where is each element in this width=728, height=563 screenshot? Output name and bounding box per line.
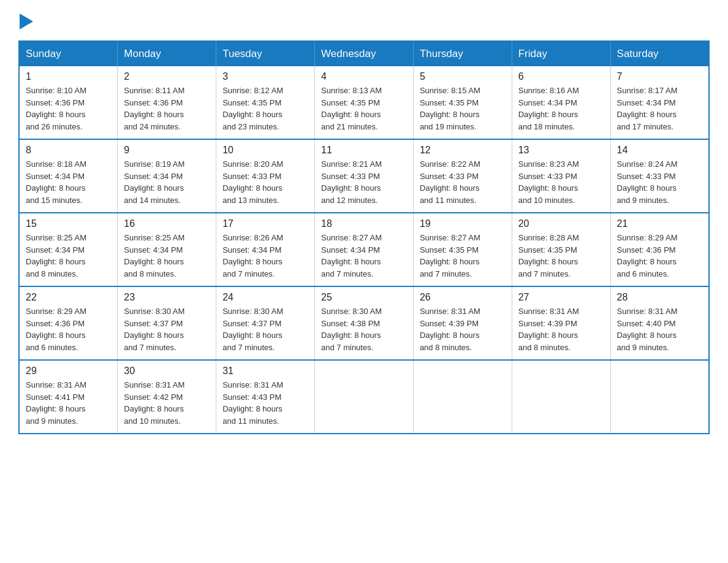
- day-number: 19: [420, 218, 506, 229]
- col-tuesday: Tuesday: [216, 41, 315, 66]
- day-info: Sunrise: 8:31 AMSunset: 4:41 PMDaylight:…: [26, 379, 111, 427]
- day-info: Sunrise: 8:30 AMSunset: 4:38 PMDaylight:…: [321, 305, 407, 353]
- calendar-day-cell: 28Sunrise: 8:31 AMSunset: 4:40 PMDayligh…: [610, 286, 709, 360]
- day-info: Sunrise: 8:30 AMSunset: 4:37 PMDaylight:…: [222, 305, 308, 353]
- day-number: 12: [420, 145, 506, 156]
- day-number: 21: [617, 218, 702, 229]
- col-thursday: Thursday: [413, 41, 512, 66]
- day-info: Sunrise: 8:15 AMSunset: 4:35 PMDaylight:…: [420, 85, 506, 132]
- day-info: Sunrise: 8:30 AMSunset: 4:37 PMDaylight:…: [124, 305, 210, 353]
- col-saturday: Saturday: [610, 41, 709, 66]
- day-info: Sunrise: 8:11 AMSunset: 4:36 PMDaylight:…: [124, 85, 210, 132]
- day-number: 6: [518, 71, 604, 82]
- col-friday: Friday: [512, 41, 610, 66]
- calendar-day-cell: [315, 360, 414, 434]
- day-info: Sunrise: 8:22 AMSunset: 4:33 PMDaylight:…: [420, 158, 506, 206]
- day-info: Sunrise: 8:29 AMSunset: 4:36 PMDaylight:…: [26, 305, 111, 353]
- calendar-day-cell: 2Sunrise: 8:11 AMSunset: 4:36 PMDaylight…: [118, 66, 216, 139]
- calendar-day-cell: [413, 360, 512, 434]
- day-number: 24: [222, 292, 308, 303]
- day-number: 31: [222, 366, 308, 377]
- day-info: Sunrise: 8:25 AMSunset: 4:34 PMDaylight:…: [124, 232, 210, 280]
- calendar-day-cell: 4Sunrise: 8:13 AMSunset: 4:35 PMDaylight…: [315, 66, 414, 139]
- page-header: [18, 12, 710, 28]
- day-number: 13: [518, 145, 604, 156]
- day-number: 4: [321, 71, 407, 82]
- day-info: Sunrise: 8:27 AMSunset: 4:34 PMDaylight:…: [321, 232, 407, 280]
- day-number: 7: [617, 71, 702, 82]
- calendar-day-cell: 6Sunrise: 8:16 AMSunset: 4:34 PMDaylight…: [512, 66, 610, 139]
- day-number: 8: [26, 145, 111, 156]
- day-number: 18: [321, 218, 407, 229]
- day-number: 14: [617, 145, 702, 156]
- col-monday: Monday: [118, 41, 216, 66]
- calendar-day-cell: 12Sunrise: 8:22 AMSunset: 4:33 PMDayligh…: [413, 139, 512, 213]
- day-number: 28: [617, 292, 702, 303]
- day-info: Sunrise: 8:31 AMSunset: 4:39 PMDaylight:…: [420, 305, 506, 353]
- day-number: 29: [26, 366, 111, 377]
- calendar-week-row: 29Sunrise: 8:31 AMSunset: 4:41 PMDayligh…: [19, 360, 709, 434]
- calendar-day-cell: 11Sunrise: 8:21 AMSunset: 4:33 PMDayligh…: [315, 139, 414, 213]
- day-info: Sunrise: 8:31 AMSunset: 4:43 PMDaylight:…: [222, 379, 308, 427]
- day-info: Sunrise: 8:29 AMSunset: 4:36 PMDaylight:…: [617, 232, 702, 280]
- day-info: Sunrise: 8:25 AMSunset: 4:34 PMDaylight:…: [26, 232, 111, 280]
- calendar-day-cell: 3Sunrise: 8:12 AMSunset: 4:35 PMDaylight…: [216, 66, 315, 139]
- calendar-day-cell: 5Sunrise: 8:15 AMSunset: 4:35 PMDaylight…: [413, 66, 512, 139]
- day-number: 1: [26, 71, 111, 82]
- day-number: 16: [124, 218, 210, 229]
- calendar-day-cell: 18Sunrise: 8:27 AMSunset: 4:34 PMDayligh…: [315, 213, 414, 286]
- logo-triangle-icon: [20, 13, 33, 29]
- day-info: Sunrise: 8:20 AMSunset: 4:33 PMDaylight:…: [222, 158, 308, 206]
- day-number: 30: [124, 366, 210, 377]
- calendar-day-cell: 10Sunrise: 8:20 AMSunset: 4:33 PMDayligh…: [216, 139, 315, 213]
- calendar-day-cell: 16Sunrise: 8:25 AMSunset: 4:34 PMDayligh…: [118, 213, 216, 286]
- day-info: Sunrise: 8:13 AMSunset: 4:35 PMDaylight:…: [321, 85, 407, 132]
- day-number: 9: [124, 145, 210, 156]
- calendar-table: Sunday Monday Tuesday Wednesday Thursday…: [18, 40, 710, 434]
- day-info: Sunrise: 8:19 AMSunset: 4:34 PMDaylight:…: [124, 158, 210, 206]
- day-number: 20: [518, 218, 604, 229]
- day-number: 22: [26, 292, 111, 303]
- day-info: Sunrise: 8:31 AMSunset: 4:39 PMDaylight:…: [518, 305, 604, 353]
- calendar-day-cell: 13Sunrise: 8:23 AMSunset: 4:33 PMDayligh…: [512, 139, 610, 213]
- calendar-day-cell: 27Sunrise: 8:31 AMSunset: 4:39 PMDayligh…: [512, 286, 610, 360]
- calendar-day-cell: 1Sunrise: 8:10 AMSunset: 4:36 PMDaylight…: [19, 66, 118, 139]
- day-number: 15: [26, 218, 111, 229]
- day-info: Sunrise: 8:10 AMSunset: 4:36 PMDaylight:…: [26, 85, 111, 132]
- calendar-day-cell: [610, 360, 709, 434]
- day-info: Sunrise: 8:21 AMSunset: 4:33 PMDaylight:…: [321, 158, 407, 206]
- col-wednesday: Wednesday: [315, 41, 414, 66]
- calendar-day-cell: 31Sunrise: 8:31 AMSunset: 4:43 PMDayligh…: [216, 360, 315, 434]
- calendar-day-cell: 26Sunrise: 8:31 AMSunset: 4:39 PMDayligh…: [413, 286, 512, 360]
- calendar-week-row: 8Sunrise: 8:18 AMSunset: 4:34 PMDaylight…: [19, 139, 709, 213]
- day-number: 25: [321, 292, 407, 303]
- day-number: 3: [222, 71, 308, 82]
- calendar-week-row: 1Sunrise: 8:10 AMSunset: 4:36 PMDaylight…: [19, 66, 709, 139]
- day-info: Sunrise: 8:23 AMSunset: 4:33 PMDaylight:…: [518, 158, 604, 206]
- day-number: 26: [420, 292, 506, 303]
- calendar-week-row: 22Sunrise: 8:29 AMSunset: 4:36 PMDayligh…: [19, 286, 709, 360]
- svg-marker-0: [20, 13, 33, 29]
- day-number: 11: [321, 145, 407, 156]
- calendar-day-cell: 15Sunrise: 8:25 AMSunset: 4:34 PMDayligh…: [19, 213, 118, 286]
- calendar-day-cell: 25Sunrise: 8:30 AMSunset: 4:38 PMDayligh…: [315, 286, 414, 360]
- logo: [18, 12, 33, 28]
- calendar-header-row: Sunday Monday Tuesday Wednesday Thursday…: [19, 41, 709, 66]
- calendar-day-cell: 7Sunrise: 8:17 AMSunset: 4:34 PMDaylight…: [610, 66, 709, 139]
- calendar-day-cell: 23Sunrise: 8:30 AMSunset: 4:37 PMDayligh…: [118, 286, 216, 360]
- calendar-day-cell: 14Sunrise: 8:24 AMSunset: 4:33 PMDayligh…: [610, 139, 709, 213]
- calendar-day-cell: 29Sunrise: 8:31 AMSunset: 4:41 PMDayligh…: [19, 360, 118, 434]
- day-number: 10: [222, 145, 308, 156]
- day-number: 5: [420, 71, 506, 82]
- calendar-day-cell: 22Sunrise: 8:29 AMSunset: 4:36 PMDayligh…: [19, 286, 118, 360]
- day-info: Sunrise: 8:28 AMSunset: 4:35 PMDaylight:…: [518, 232, 604, 280]
- day-info: Sunrise: 8:26 AMSunset: 4:34 PMDaylight:…: [222, 232, 308, 280]
- calendar-week-row: 15Sunrise: 8:25 AMSunset: 4:34 PMDayligh…: [19, 213, 709, 286]
- day-info: Sunrise: 8:16 AMSunset: 4:34 PMDaylight:…: [518, 85, 604, 132]
- calendar-day-cell: 21Sunrise: 8:29 AMSunset: 4:36 PMDayligh…: [610, 213, 709, 286]
- calendar-day-cell: 9Sunrise: 8:19 AMSunset: 4:34 PMDaylight…: [118, 139, 216, 213]
- day-info: Sunrise: 8:27 AMSunset: 4:35 PMDaylight:…: [420, 232, 506, 280]
- calendar-day-cell: 30Sunrise: 8:31 AMSunset: 4:42 PMDayligh…: [118, 360, 216, 434]
- day-number: 23: [124, 292, 210, 303]
- day-info: Sunrise: 8:18 AMSunset: 4:34 PMDaylight:…: [26, 158, 111, 206]
